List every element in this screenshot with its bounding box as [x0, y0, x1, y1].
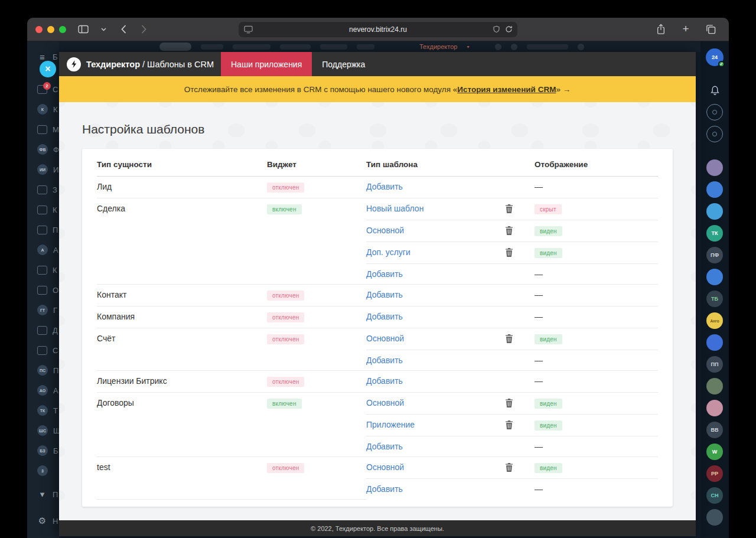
add-template-link[interactable]: Добавить	[366, 376, 403, 386]
sidebar-item-п[interactable]: ▾П	[27, 484, 59, 504]
sidebar-item-label: П	[53, 226, 58, 234]
delete-template-button[interactable]	[505, 399, 513, 407]
template-link[interactable]: Основной	[366, 334, 404, 343]
sidebar-item-к[interactable]: К	[27, 260, 59, 280]
delete-template-button[interactable]	[505, 248, 513, 257]
sidebar-item-к[interactable]: К	[27, 200, 59, 220]
chat-avatar[interactable]	[706, 181, 723, 198]
template-link[interactable]: Новый шаблон	[366, 204, 423, 213]
template-cell: Добавить	[366, 371, 535, 393]
user-avatar[interactable]	[706, 509, 723, 526]
minimize-window-button[interactable]	[47, 26, 54, 33]
template-cell: Доп. услуги	[366, 242, 535, 264]
fullscreen-window-button[interactable]	[59, 26, 66, 33]
user-avatar[interactable]	[706, 378, 723, 394]
chat-avatar[interactable]: РР	[706, 465, 723, 482]
sidebar-item-ф[interactable]: ФВФ	[27, 139, 59, 159]
sidebar-item-label: Б	[53, 53, 58, 61]
sidebar-item-п[interactable]: П	[27, 220, 59, 240]
sidebar-item-а[interactable]: АА	[27, 240, 59, 260]
delete-template-button[interactable]	[505, 226, 513, 235]
banner-link[interactable]: История изменений CRM	[457, 85, 556, 94]
sidebar-item-к[interactable]: КК	[27, 99, 59, 119]
brand-subtitle: / Шаблоны в CRM	[142, 60, 214, 69]
app-nav-item-0[interactable]: Наши приложения	[221, 52, 312, 76]
add-template-link[interactable]: Добавить	[366, 484, 403, 494]
chat-avatar[interactable]	[706, 203, 723, 220]
template-link[interactable]: Основной	[366, 226, 404, 235]
new-tab-button[interactable]: +	[679, 22, 692, 36]
empty-display-dash: —	[535, 312, 543, 321]
tabs-overview-icon[interactable]	[704, 22, 717, 37]
delete-template-button[interactable]	[505, 420, 513, 429]
chat-avatar[interactable]	[706, 269, 723, 285]
chat-avatar[interactable]: ТБ	[706, 291, 723, 307]
template-cell: Добавить	[366, 264, 535, 285]
sidebar-item-з[interactable]: З	[27, 180, 59, 200]
template-link[interactable]: Основной	[366, 398, 404, 407]
user-avatar[interactable]	[706, 159, 723, 176]
entity-name: test	[97, 457, 267, 500]
account-chevron-icon: ▾	[467, 44, 469, 50]
dock-tool-icon[interactable]	[706, 104, 723, 120]
chat-avatar[interactable]: ПФ	[706, 247, 723, 263]
add-template-link[interactable]: Добавить	[366, 290, 403, 299]
sidebar-item-3[interactable]: 3	[27, 461, 59, 481]
chat-avatar[interactable]: ТК	[706, 225, 723, 242]
chat-avatar[interactable]	[706, 334, 723, 351]
chat-avatar[interactable]: ВВ	[706, 422, 723, 438]
sidebar-item-т[interactable]: ТКТ	[27, 400, 59, 420]
dock-tool-icon[interactable]	[706, 126, 723, 142]
notifications-bell-icon[interactable]	[706, 82, 723, 99]
forward-button[interactable]	[137, 22, 150, 37]
sidebar-item-п[interactable]: ПСП	[27, 360, 59, 380]
app-nav-item-1[interactable]: Поддержка	[312, 52, 375, 76]
avatar: 3	[37, 465, 48, 476]
add-template-link[interactable]: Добавить	[366, 312, 403, 321]
sidebar-item-б[interactable]: БЗБ	[27, 441, 59, 461]
sidebar-item-label: О	[53, 286, 58, 295]
sidebar-item-с[interactable]: 2С	[27, 79, 59, 99]
chat-avatar[interactable]: Анго	[706, 312, 723, 329]
chevron-down-icon[interactable]	[97, 22, 110, 37]
user-avatar[interactable]	[706, 400, 723, 416]
close-window-button[interactable]	[35, 26, 43, 33]
add-template-link[interactable]: Добавить	[366, 269, 403, 279]
status-badge: отключен	[267, 312, 304, 322]
slider-close-button[interactable]: ×	[40, 61, 56, 77]
sidebar-item-а[interactable]: АОА	[27, 380, 59, 400]
add-template-link[interactable]: Добавить	[366, 182, 403, 191]
page-title: Настройка шаблонов	[82, 122, 672, 136]
template-cell: Добавить	[366, 479, 535, 500]
entity-name: Договоры	[97, 393, 267, 457]
chat-avatar[interactable]: W	[706, 444, 723, 460]
share-icon[interactable]	[654, 22, 667, 37]
sidebar-item-с[interactable]: С	[27, 340, 59, 360]
account-menu[interactable]: Техдиректор	[419, 43, 457, 50]
sidebar-item-о[interactable]: О	[27, 280, 59, 300]
status-badge: виден	[535, 226, 562, 236]
back-button[interactable]	[117, 22, 130, 37]
sidebar-item-м[interactable]: М	[27, 119, 59, 139]
bitrix24-logo-icon[interactable]: 24✓	[706, 48, 724, 66]
chat-avatar[interactable]: СН	[706, 487, 723, 504]
sidebar-item-д[interactable]: Д	[27, 320, 59, 340]
sidebar-item-и[interactable]: ИИИ	[27, 159, 59, 180]
delete-template-button[interactable]	[505, 463, 513, 472]
sidebar-item-г[interactable]: ГТГ	[27, 300, 59, 320]
chat-avatar[interactable]: ПП	[706, 356, 723, 373]
delete-template-button[interactable]	[505, 334, 513, 343]
add-template-link[interactable]: Добавить	[366, 356, 403, 365]
address-bar[interactable]: neverov.bitrix24.ru	[239, 22, 517, 37]
template-link[interactable]: Доп. услуги	[366, 247, 410, 257]
empty-display-dash: —	[535, 376, 543, 386]
sidebar-item-н[interactable]: ⚙Н	[27, 511, 59, 531]
delete-template-button[interactable]	[505, 204, 513, 213]
reload-button[interactable]	[505, 25, 513, 35]
sidebar-toggle-icon[interactable]	[77, 22, 90, 37]
template-link[interactable]: Основной	[366, 462, 404, 472]
sidebar-item-ш[interactable]: ШСШ	[27, 420, 59, 441]
table-row: СделкавключенНовый шаблонскрыт	[97, 198, 658, 220]
add-template-link[interactable]: Добавить	[366, 442, 403, 451]
template-link[interactable]: Приложение	[366, 420, 415, 429]
